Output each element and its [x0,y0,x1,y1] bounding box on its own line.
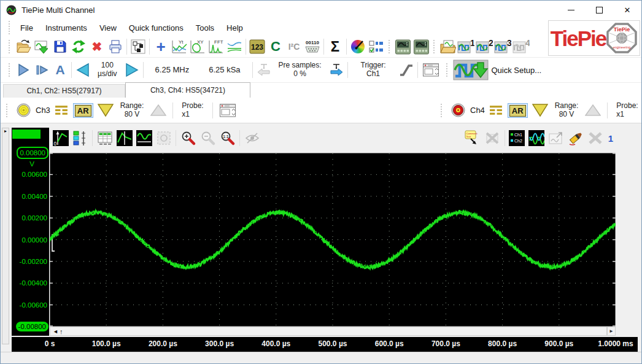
horizontal-cursor-button[interactable] [134,129,153,147]
plot-region[interactable] [50,153,616,327]
range-down-triangle-icon[interactable] [98,103,114,117]
menu-help[interactable]: Help [220,21,249,35]
range-down-triangle-icon[interactable] [532,103,548,117]
toolbar-grip[interactable] [446,63,449,77]
record-length-value[interactable]: 6.25 kSa [209,66,240,75]
autorange-button[interactable]: AR [73,103,93,118]
setfile-1-button[interactable]: 1 [457,38,475,55]
clear-graph-button[interactable] [586,129,605,147]
print-button[interactable] [106,38,125,55]
x-axis-bar[interactable]: 0 s100.0 µs200.0 µs300.0 µs400.0 µs500.0… [12,337,638,352]
add-comment-button[interactable]: Comment Text [463,129,482,147]
y-axis-panel[interactable]: 0.008000.006000.004000.002000.00000-0.00… [12,128,49,336]
autorange-button[interactable]: AR [508,103,528,118]
menu-quick-functions[interactable]: Quick functions [123,21,190,35]
sample-rate-value[interactable]: 6.25 MHz [155,66,190,75]
setfile-3-button[interactable]: 3 [493,38,512,55]
colors-button[interactable] [349,38,367,55]
xy-graph-button[interactable]: XY [188,38,207,55]
erase-button[interactable] [567,129,586,147]
range-up-triangle-icon-disabled [150,103,166,117]
quick-setup-label[interactable]: Quick Setup... [492,66,542,75]
yt-graph-button[interactable]: Yt [170,38,188,55]
traces-icon [528,130,544,146]
add-graph-button[interactable]: + [152,38,170,55]
delete-button[interactable]: ✖ [88,38,106,55]
probe-display: Probe:x1 [182,102,203,119]
svg-text:engineering: engineering [613,45,631,49]
refresh-button[interactable] [69,38,88,55]
menu-instruments[interactable]: Instruments [39,21,93,35]
quick-setup-button[interactable] [452,58,489,82]
toolbar-grip[interactable] [433,40,436,53]
graph-splitter-strip[interactable]: ▸ [2,128,9,344]
fft-graph-button[interactable]: FFT [207,38,225,55]
load-setfile-button[interactable] [438,38,457,55]
channel-visibility-button[interactable] [71,129,90,147]
trigger-settings-button[interactable] [420,61,442,79]
timebase-faster-button[interactable] [123,61,141,79]
bottom-strip [1,352,642,364]
trigger-position-marker-icon[interactable]: ↑ [60,328,63,335]
value-table-button[interactable] [95,129,114,147]
timebase-number: 100 [101,61,114,69]
save-button[interactable] [51,38,69,55]
pre-samples-decrease-button[interactable] [255,61,273,79]
coupling-icon[interactable] [55,105,69,115]
toolbar-grip[interactable] [8,63,11,77]
scroll-right-button[interactable]: ► [607,327,616,336]
timebase-slower-button[interactable] [74,61,92,79]
scope-c-button[interactable]: C [266,38,285,55]
maximize-button[interactable] [585,1,613,19]
coupling-icon[interactable] [489,105,503,115]
menubar-grip[interactable] [8,21,11,34]
axis-zero-button[interactable]: 0 [51,129,70,147]
serial-analyzer-button[interactable]: 00110 [303,38,322,55]
toolbar-grip[interactable] [6,104,9,117]
setfile-2-button[interactable]: 2 [475,38,493,55]
range-display: Range:80 V [120,102,144,119]
zoom-reset-button[interactable]: 1:1 [218,129,237,147]
pre-samples-increase-button[interactable] [327,61,346,79]
setfile-4-button[interactable]: 4 [512,38,530,55]
tab-ch3-ch4-hs5[interactable]: Ch3, Ch4: HS5(34721) [125,82,250,98]
open-button[interactable] [14,38,33,55]
instrument-2-button[interactable] [412,38,430,55]
traces-button[interactable] [527,129,546,147]
toolbar-grip[interactable] [440,104,443,117]
save-waveform-icon [34,39,50,55]
legend-button[interactable]: Ch1 Ch2 [508,129,527,147]
menu-view[interactable]: View [93,21,123,35]
line-graph-button[interactable] [225,38,244,55]
save-data-button[interactable] [33,38,51,55]
menu-file[interactable]: File [14,21,39,35]
clear-x-icon [587,130,603,146]
object-tree-button[interactable] [129,38,147,55]
yt-plot[interactable] [50,153,616,327]
panel-collapse-arrow-icon[interactable]: ▸ [4,128,7,134]
i2c-analyzer-button[interactable]: I²C [285,38,303,55]
toolbar-grip[interactable] [388,40,391,53]
channel-settings-dialog-icon[interactable] [219,103,236,118]
zoom-in-button[interactable] [179,129,198,147]
y-axis-label: -0.00600 [20,300,47,310]
y-axis-label[interactable]: 0.00800 [17,147,48,159]
close-button[interactable]: ✕ [613,1,641,19]
minimize-button[interactable] [557,1,585,19]
y-axis-label[interactable]: -0.00800 [16,322,48,331]
meter-button[interactable]: 123 [248,38,266,55]
time-scrollbar[interactable]: ◄ ↑ [50,327,607,336]
scroll-left-arrow-icon[interactable]: ◄ [53,328,58,335]
toolbar-grip[interactable] [8,40,11,53]
autosetup-button[interactable]: A [51,61,69,79]
tab-ch1-ch2-hs5[interactable]: Ch1, Ch2: HS5(27917) [3,84,125,98]
one-shot-button[interactable] [33,61,51,79]
menu-tools[interactable]: Tools [190,21,220,35]
sum-button[interactable]: Σ [326,38,344,55]
start-button[interactable] [14,61,33,79]
settings-list-button[interactable] [367,38,385,55]
vertical-cursor-button[interactable] [115,129,134,147]
y-axis-label: 0.00600 [21,169,47,179]
trigger-slope-button[interactable] [397,61,416,79]
instrument-1-button[interactable] [393,38,412,55]
